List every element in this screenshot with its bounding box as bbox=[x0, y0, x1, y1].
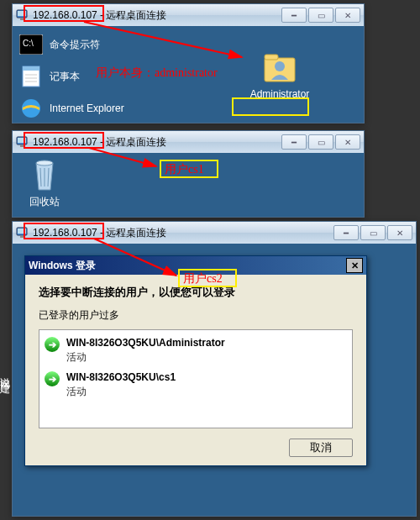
svg-rect-23 bbox=[20, 236, 24, 238]
cmd-label: 命令提示符 bbox=[50, 38, 100, 52]
titlebar-1[interactable]: 192.168.0.107 - 远程桌面连接 ━ ▭ ✕ bbox=[13, 4, 364, 26]
cmd-icon: C:\ bbox=[18, 31, 45, 58]
close-button[interactable]: ✕ bbox=[335, 8, 360, 23]
desktop-icon-notepad[interactable]: 记事本 bbox=[18, 63, 80, 90]
close-button[interactable]: ✕ bbox=[335, 134, 360, 150]
desktop-icon-recycle[interactable]: 回收站 bbox=[19, 156, 70, 209]
desktop-icon-user[interactable]: Administrator bbox=[246, 46, 313, 100]
svg-rect-2 bbox=[20, 18, 24, 20]
window-controls-3: ━ ▭ ✕ bbox=[332, 225, 412, 240]
logon-dialog: Windows 登录 ✕ 选择要中断连接的用户，以便您可以登录 已登录的用户过多… bbox=[24, 255, 367, 466]
svg-point-13 bbox=[275, 61, 285, 71]
session-name: WIN-8I326O3Q5KU\cs1 bbox=[66, 371, 176, 383]
title-suffix-2: - 远程桌面连接 bbox=[97, 136, 167, 148]
svg-point-17 bbox=[36, 160, 53, 165]
cancel-button[interactable]: 取消 bbox=[289, 439, 353, 457]
user-folder-icon bbox=[260, 46, 300, 87]
remote-desktop-1[interactable]: C:\ 命令提示符 记事本 Internet Explorer Administ… bbox=[13, 26, 364, 123]
rdp-icon bbox=[16, 226, 29, 239]
session-item[interactable]: ➔ WIN-8I326O3Q5KU\cs1 活动 bbox=[43, 368, 349, 402]
recycle-label: 回收站 bbox=[29, 195, 60, 209]
session-arrow-icon: ➔ bbox=[45, 337, 60, 352]
session-item[interactable]: ➔ WIN-8I326O3Q5KU\Administrator 活动 bbox=[43, 334, 349, 368]
titlebar-2[interactable]: 192.168.0.107 - 远程桌面连接 ━ ▭ ✕ bbox=[13, 131, 364, 153]
minimize-button[interactable]: ━ bbox=[281, 8, 307, 23]
svg-rect-6 bbox=[23, 66, 39, 71]
window-controls-1: ━ ▭ ✕ bbox=[280, 8, 360, 23]
svg-rect-1 bbox=[18, 11, 26, 16]
maximize-button[interactable]: ▭ bbox=[308, 8, 333, 23]
dialog-subtext: 已登录的用户过多 bbox=[39, 308, 353, 323]
titlebar-3[interactable]: 192.168.0.107 - 远程桌面连接 ━ ▭ ✕ bbox=[13, 222, 416, 244]
ie-label: Internet Explorer bbox=[50, 102, 124, 114]
minimize-button[interactable]: ━ bbox=[281, 134, 307, 150]
recycle-bin-icon bbox=[28, 156, 61, 193]
rdp-window-3: 192.168.0.107 - 远程桌面连接 ━ ▭ ✕ Windows 登录 … bbox=[12, 221, 417, 517]
svg-text:C:\: C:\ bbox=[23, 39, 34, 48]
svg-rect-12 bbox=[265, 55, 278, 60]
dialog-titlebar[interactable]: Windows 登录 ✕ bbox=[25, 256, 366, 275]
ie-icon bbox=[18, 95, 45, 122]
maximize-button[interactable]: ▭ bbox=[308, 134, 333, 150]
minimize-button[interactable]: ━ bbox=[333, 225, 359, 240]
session-name: WIN-8I326O3Q5KU\Administrator bbox=[66, 337, 225, 349]
rdp-window-2: 192.168.0.107 - 远程桌面连接 ━ ▭ ✕ 回收站 bbox=[12, 130, 365, 218]
desktop-icon-cmd[interactable]: C:\ 命令提示符 bbox=[18, 31, 100, 58]
user-label: Administrator bbox=[250, 88, 310, 100]
rdp-icon bbox=[16, 135, 29, 149]
remote-desktop-2[interactable]: 回收站 bbox=[13, 153, 364, 217]
dialog-close-button[interactable]: ✕ bbox=[346, 258, 363, 273]
title-ip-2: 192.168.0.107 bbox=[33, 136, 97, 148]
svg-rect-22 bbox=[18, 228, 26, 234]
rdp-window-1: 192.168.0.107 - 远程桌面连接 ━ ▭ ✕ C:\ 命令提示符 记… bbox=[12, 3, 365, 123]
session-status: 活动 bbox=[66, 350, 225, 365]
session-list[interactable]: ➔ WIN-8I326O3Q5KU\Administrator 活动 ➔ WIN… bbox=[39, 329, 353, 428]
maximize-button[interactable]: ▭ bbox=[360, 225, 386, 240]
title-ip-1: 192.168.0.107 bbox=[33, 9, 97, 21]
close-button[interactable]: ✕ bbox=[387, 225, 412, 240]
remote-desktop-3[interactable]: Windows 登录 ✕ 选择要中断连接的用户，以便您可以登录 已登录的用户过多… bbox=[13, 244, 416, 516]
svg-rect-15 bbox=[18, 138, 26, 143]
title-suffix-1: - 远程桌面连接 bbox=[97, 9, 167, 21]
desktop-icon-ie[interactable]: Internet Explorer bbox=[18, 95, 124, 122]
dialog-body: 选择要中断连接的用户，以便您可以登录 已登录的用户过多 ➔ WIN-8I326O… bbox=[25, 275, 366, 465]
host-desktop-fragment: 说 网 建 bbox=[0, 370, 12, 376]
window-controls-2: ━ ▭ ✕ bbox=[280, 134, 360, 150]
notepad-label: 记事本 bbox=[50, 70, 80, 84]
session-arrow-icon: ➔ bbox=[45, 371, 60, 386]
dialog-instruction: 选择要中断连接的用户，以便您可以登录 bbox=[39, 285, 353, 300]
title-ip-3: 192.168.0.107 bbox=[33, 227, 97, 239]
title-suffix-3: - 远程桌面连接 bbox=[97, 227, 167, 239]
rdp-icon bbox=[16, 8, 29, 22]
svg-rect-16 bbox=[20, 145, 24, 147]
dialog-title-text: Windows 登录 bbox=[29, 259, 96, 273]
session-status: 活动 bbox=[66, 385, 176, 399]
notepad-icon bbox=[18, 63, 45, 90]
